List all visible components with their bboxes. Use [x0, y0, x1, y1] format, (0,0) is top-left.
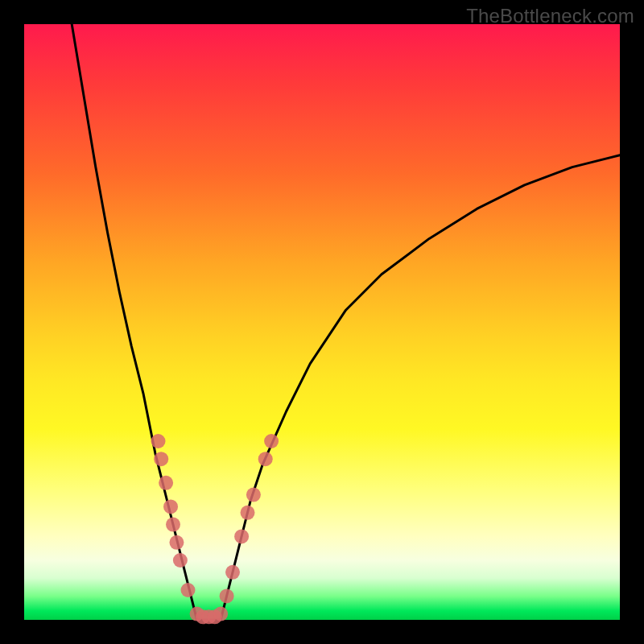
data-marker: [159, 476, 173, 490]
data-marker: [163, 499, 178, 514]
data-marker: [220, 588, 234, 603]
data-marker: [225, 565, 240, 580]
data-marker: [241, 506, 255, 520]
curve-group: [72, 24, 620, 620]
data-marker: [258, 452, 273, 466]
data-marker: [234, 529, 249, 543]
data-marker: [246, 488, 261, 502]
data-marker: [154, 452, 168, 466]
data-marker: [213, 607, 228, 621]
plot-area: [24, 24, 620, 620]
outer-frame: TheBottleneck.com: [0, 0, 644, 644]
chart-svg: [24, 24, 620, 620]
data-marker: [169, 535, 184, 550]
marker-group: [151, 434, 279, 624]
data-marker: [173, 553, 188, 568]
data-marker: [264, 434, 279, 448]
watermark-text: TheBottleneck.com: [466, 5, 634, 27]
data-marker: [181, 583, 196, 597]
bottleneck-curve: [72, 24, 620, 620]
data-marker: [151, 434, 166, 448]
data-marker: [166, 518, 180, 532]
